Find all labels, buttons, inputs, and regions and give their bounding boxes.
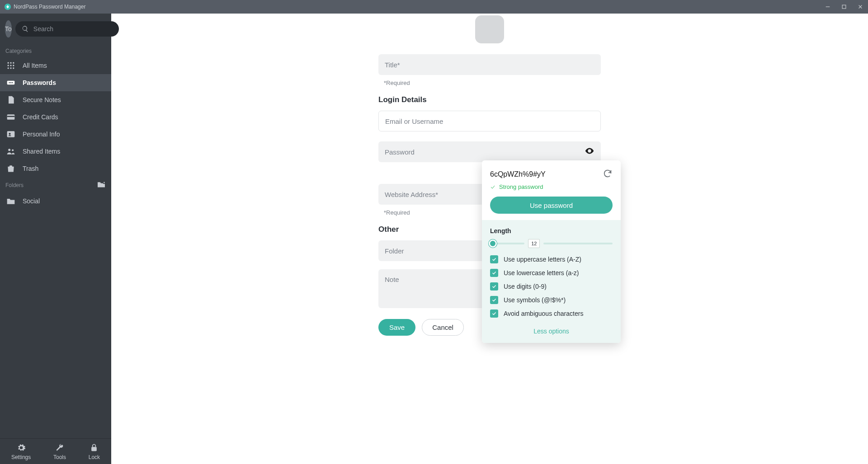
svg-point-20 [9, 133, 10, 135]
checkbox-icon [490, 296, 498, 304]
lock-button[interactable]: Lock [89, 443, 100, 460]
settings-button[interactable]: Settings [11, 443, 31, 460]
sidebar-item-label: Secure Notes [23, 96, 61, 103]
required-note: *Required [378, 77, 601, 86]
sidebar-item-passwords[interactable]: Passwords [0, 74, 111, 91]
svg-rect-19 [7, 131, 15, 137]
item-avatar-placeholder[interactable] [475, 15, 504, 43]
shared-icon [6, 147, 15, 156]
use-password-button[interactable]: Use password [490, 197, 613, 214]
length-value: 12 [528, 239, 540, 248]
person-icon [6, 130, 15, 139]
window-maximize[interactable] [841, 4, 847, 10]
email-field[interactable] [378, 111, 601, 131]
categories-label: Categories [0, 44, 111, 57]
note-icon [6, 95, 15, 104]
svg-rect-1 [842, 5, 846, 9]
svg-point-10 [8, 67, 9, 69]
avatar[interactable]: To [5, 20, 12, 37]
refresh-icon[interactable] [603, 169, 613, 180]
cancel-button[interactable]: Cancel [422, 319, 464, 336]
titlebar: NordPass Password Manager [0, 0, 868, 14]
sidebar-item-trash[interactable]: Trash [0, 160, 111, 177]
sidebar-item-credit-cards[interactable]: Credit Cards [0, 108, 111, 126]
note-placeholder: Note [385, 276, 399, 283]
sidebar-item-label: Social [23, 197, 40, 205]
svg-rect-24 [92, 447, 97, 451]
password-input[interactable] [385, 148, 594, 156]
checkbox-icon [490, 255, 498, 263]
opt-ambiguous[interactable]: Avoid ambiguous characters [490, 309, 613, 318]
save-button[interactable]: Save [378, 319, 415, 336]
search-box[interactable] [15, 21, 119, 37]
opt-digits[interactable]: Use digits (0-9) [490, 282, 613, 291]
slider-track-remainder [543, 243, 613, 244]
svg-point-9 [13, 65, 14, 66]
opt-lowercase[interactable]: Use lowercase letters (a-z) [490, 269, 613, 277]
lock-icon [90, 443, 99, 452]
password-field[interactable] [378, 141, 601, 162]
sidebar-item-label: Shared Items [23, 148, 60, 155]
sidebar-item-label: Trash [23, 165, 38, 172]
svg-point-21 [8, 149, 10, 151]
less-options-link[interactable]: Less options [490, 323, 613, 337]
length-slider[interactable] [490, 243, 524, 244]
gear-icon [17, 443, 26, 452]
add-folder-icon[interactable] [97, 181, 106, 190]
check-icon [490, 184, 495, 190]
sidebar-item-personal-info[interactable]: Personal Info [0, 126, 111, 143]
svg-point-22 [12, 149, 14, 151]
svg-point-15 [10, 82, 12, 84]
svg-point-6 [13, 62, 14, 64]
generated-password: 6cQpWZh%9#yY [490, 170, 546, 178]
sidebar-item-label: Personal Info [23, 131, 60, 138]
sidebar-item-secure-notes[interactable]: Secure Notes [0, 91, 111, 108]
svg-point-12 [13, 67, 14, 69]
svg-point-7 [8, 65, 9, 66]
svg-point-16 [12, 82, 13, 84]
grid-icon [6, 61, 15, 70]
folders-label: Folders [5, 182, 24, 188]
opt-uppercase[interactable]: Use uppercase letters (A-Z) [490, 255, 613, 263]
checkbox-icon [490, 282, 498, 291]
checkbox-icon [490, 269, 498, 277]
svg-point-5 [10, 62, 11, 64]
folder-icon [6, 197, 15, 206]
password-icon [6, 78, 15, 87]
wrench-icon [55, 443, 64, 452]
strength-indicator: Strong password [490, 183, 613, 190]
svg-point-14 [9, 82, 10, 84]
search-input[interactable] [33, 25, 113, 33]
sidebar-item-all[interactable]: All Items [0, 57, 111, 74]
sidebar-item-label: Credit Cards [23, 113, 58, 121]
sidebar: To Categories All Items Passwords Secure… [0, 14, 111, 464]
trash-icon [6, 164, 15, 173]
svg-point-4 [8, 62, 9, 64]
svg-point-11 [10, 67, 11, 69]
sidebar-bottom: Settings Tools Lock [0, 438, 111, 464]
email-input[interactable] [385, 117, 594, 125]
search-icon [22, 25, 29, 33]
login-details-heading: Login Details [378, 95, 601, 104]
sidebar-item-shared[interactable]: Shared Items [0, 143, 111, 160]
opt-symbols[interactable]: Use symbols (@!$%*) [490, 296, 613, 304]
app-icon [5, 4, 11, 10]
svg-point-8 [10, 65, 11, 66]
folder-item-social[interactable]: Social [0, 192, 111, 210]
checkbox-icon [490, 309, 498, 318]
eye-icon[interactable] [585, 146, 594, 158]
title-field[interactable] [378, 54, 601, 75]
svg-rect-18 [7, 116, 15, 117]
title-input[interactable] [385, 61, 594, 69]
password-generator-popover: 6cQpWZh%9#yY Strong password Use passwor… [482, 160, 621, 343]
length-label: Length [490, 227, 613, 234]
card-icon [6, 112, 15, 122]
sidebar-item-label: All Items [23, 62, 47, 69]
window-close[interactable] [857, 4, 863, 10]
window-minimize[interactable] [825, 4, 831, 10]
tools-button[interactable]: Tools [53, 443, 66, 460]
sidebar-item-label: Passwords [23, 79, 56, 86]
window-title: NordPass Password Manager [14, 4, 85, 10]
main-content: *Required Login Details *Required Other [111, 14, 868, 464]
